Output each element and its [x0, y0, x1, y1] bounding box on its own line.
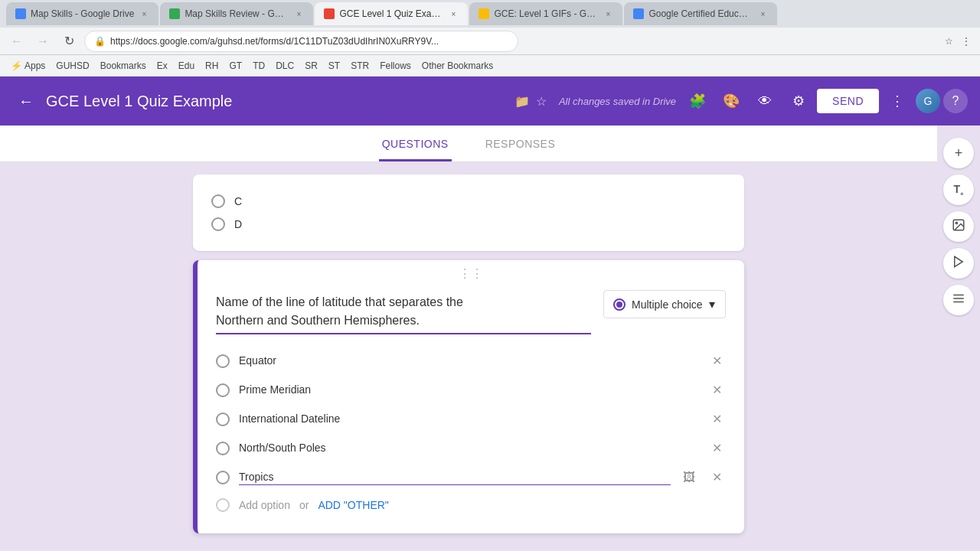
browser-chrome: Map Skills - Google Drive × Map Skills R… [0, 0, 980, 77]
tab-questions[interactable]: QUESTIONS [379, 129, 452, 161]
add-option-row: Add option or ADD "OTHER" [216, 492, 726, 518]
tab-2[interactable]: Map Skills Review - Google ... × [160, 2, 313, 25]
current-question-card: ⋮⋮ Name of the line of latitude that sep… [193, 260, 744, 533]
delete-equator-icon[interactable]: ✕ [707, 354, 726, 368]
drag-handle[interactable]: ⋮⋮ [198, 260, 744, 284]
option-meridian-input[interactable] [239, 382, 698, 398]
form-tabs-bar: QUESTIONS RESPONSES [0, 126, 937, 162]
or-separator: or [299, 499, 309, 511]
question-text-input[interactable]: Name of the line of latitude that separa… [216, 290, 591, 334]
radio-meridian[interactable] [216, 383, 230, 397]
tab-4[interactable]: GCE: Level 1 GIFs - Google S... × [469, 2, 622, 25]
option-dateline-input[interactable] [239, 411, 698, 427]
delete-tropics-icon[interactable]: ✕ [707, 470, 726, 484]
bookmark-bookmarks[interactable]: Bookmarks [96, 59, 151, 73]
reload-button[interactable]: ↻ [58, 31, 80, 52]
radio-d[interactable] [211, 217, 225, 231]
address-box[interactable]: 🔒 https://docs.google.com/a/guhsd.net/fo… [84, 31, 518, 52]
back-button[interactable]: ← [6, 31, 28, 52]
video-icon [952, 255, 965, 272]
question-top-row: Name of the line of latitude that separa… [216, 290, 726, 334]
radio-placeholder [216, 498, 230, 512]
tab-close-5[interactable]: × [757, 8, 768, 19]
add-image-to-option-icon[interactable]: 🖼 [680, 471, 698, 484]
bookmark-ex[interactable]: Ex [152, 59, 172, 73]
bookmark-str[interactable]: STR [346, 59, 374, 73]
option-c-row: C [211, 190, 726, 213]
bookmark-dlc[interactable]: DLC [271, 59, 299, 73]
delete-dateline-icon[interactable]: ✕ [707, 412, 726, 426]
bookmark-apps[interactable]: ⚡ Apps [6, 59, 50, 73]
main-area: QUESTIONS RESPONSES C D ⋮⋮ [0, 126, 980, 551]
radio-poles[interactable] [216, 442, 230, 455]
radio-equator[interactable] [216, 354, 230, 368]
form-scroll[interactable]: C D ⋮⋮ Name of the line of latitude that… [0, 162, 937, 551]
option-tropics-input[interactable] [239, 469, 671, 485]
option-equator-input[interactable] [239, 353, 698, 369]
tab-responses[interactable]: RESPONSES [482, 129, 559, 161]
radio-dateline[interactable] [216, 412, 230, 426]
question-type-select[interactable]: Multiple choice ▾ [603, 290, 726, 318]
bookmark-other[interactable]: Other Bookmarks [417, 59, 498, 73]
star-icon[interactable]: ☆ [536, 94, 547, 109]
bookmarks-bar: ⚡ Apps GUHSD Bookmarks Ex Edu RH GT TD D… [0, 55, 980, 77]
add-title-button[interactable]: T+ [943, 174, 974, 205]
bookmark-fellows[interactable]: Fellows [375, 59, 416, 73]
option-poles-input[interactable] [239, 440, 698, 456]
send-button[interactable]: SEND [817, 89, 879, 113]
add-section-button[interactable] [943, 285, 974, 315]
option-meridian-row: ✕ [216, 376, 726, 405]
address-text: https://docs.google.com/a/guhsd.net/form… [110, 36, 508, 47]
mc-radio-icon [613, 298, 626, 311]
ext-bookmark[interactable]: ☆ [942, 34, 956, 48]
folder-icon[interactable]: 📁 [514, 94, 530, 109]
question-type-label: Multiple choice [632, 298, 703, 311]
preview-icon[interactable]: 👁 [750, 86, 780, 116]
settings-icon[interactable]: ⚙ [783, 86, 814, 116]
bookmark-guhsd[interactable]: GUHSD [51, 59, 93, 73]
tab-close-2[interactable]: × [293, 8, 304, 19]
tab-3[interactable]: GCE Level 1 Quiz Example - ... × [315, 2, 468, 25]
form-tabs: QUESTIONS RESPONSES [0, 126, 937, 162]
secure-icon: 🔒 [94, 36, 106, 47]
extensions-area: ☆ ⋮ [942, 34, 974, 48]
option-equator-row: ✕ [216, 347, 726, 376]
tab-5[interactable]: Google Certified Educator: ... × [624, 2, 777, 25]
palette-icon[interactable]: 🎨 [716, 86, 746, 116]
add-image-button[interactable] [943, 211, 974, 242]
forward-button[interactable]: → [32, 31, 54, 52]
title-icon: T+ [953, 183, 963, 197]
tab-close-3[interactable]: × [448, 8, 459, 19]
radio-c[interactable] [211, 194, 225, 208]
app-header: ← GCE Level 1 Quiz Example 📁 ☆ All chang… [0, 77, 980, 126]
extensions-icon[interactable]: 🧩 [682, 86, 713, 116]
bookmark-rh[interactable]: RH [201, 59, 223, 73]
add-video-button[interactable] [943, 248, 974, 279]
section-icon [952, 292, 965, 309]
more-options-icon[interactable]: ⋮ [882, 86, 913, 116]
avatar[interactable]: G [916, 89, 940, 113]
bookmark-gt[interactable]: GT [224, 59, 247, 73]
option-c-label: C [234, 195, 242, 207]
bookmark-st[interactable]: ST [324, 59, 345, 73]
add-option-text[interactable]: Add option [239, 499, 290, 511]
radio-tropics[interactable] [216, 471, 230, 484]
option-d-row: D [211, 213, 726, 236]
bookmark-sr[interactable]: SR [300, 59, 322, 73]
tab-close-1[interactable]: × [139, 8, 149, 19]
add-other-link[interactable]: ADD "OTHER" [318, 499, 388, 511]
delete-meridian-icon[interactable]: ✕ [707, 383, 726, 397]
bookmark-td[interactable]: TD [248, 59, 270, 73]
tab-1[interactable]: Map Skills - Google Drive × [6, 2, 158, 25]
bookmark-edu[interactable]: Edu [174, 59, 199, 73]
back-button[interactable]: ← [12, 86, 40, 116]
right-sidebar: + T+ [937, 126, 980, 551]
help-icon[interactable]: ? [943, 89, 968, 113]
tab-close-4[interactable]: × [603, 8, 613, 19]
option-poles-row: ✕ [216, 434, 726, 463]
svg-point-1 [956, 222, 957, 223]
add-question-button[interactable]: + [943, 138, 974, 168]
ext-menu[interactable]: ⋮ [959, 34, 974, 48]
tab-bar: Map Skills - Google Drive × Map Skills R… [0, 0, 980, 28]
delete-poles-icon[interactable]: ✕ [707, 441, 726, 455]
